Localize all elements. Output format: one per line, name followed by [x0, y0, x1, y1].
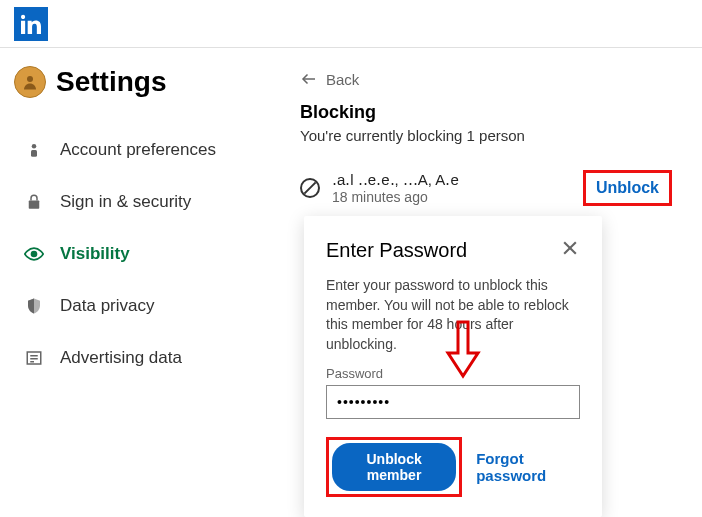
- close-icon[interactable]: [560, 238, 580, 262]
- sidebar-item-visibility[interactable]: Visibility: [14, 228, 262, 280]
- lock-icon: [22, 193, 46, 211]
- settings-sidebar: Settings Account preferences Sign in & s…: [0, 48, 270, 517]
- sidebar-item-label: Advertising data: [60, 348, 182, 368]
- avatar[interactable]: [14, 66, 46, 98]
- arrow-left-icon: [300, 70, 318, 88]
- sidebar-item-label: Data privacy: [60, 296, 154, 316]
- unblock-member-button[interactable]: Unblock member: [332, 443, 456, 491]
- sidebar-item-account-preferences[interactable]: Account preferences: [14, 124, 262, 176]
- sidebar-item-label: Visibility: [60, 244, 130, 264]
- settings-header: Settings: [14, 66, 262, 98]
- linkedin-logo[interactable]: [14, 7, 48, 41]
- unblock-button[interactable]: Unblock: [583, 170, 672, 206]
- shield-icon: [22, 297, 46, 315]
- modal-description: Enter your password to unblock this memb…: [326, 276, 580, 354]
- member-name: ․a․l ․․e․e․, ․․․A, A․e: [332, 171, 583, 189]
- sidebar-item-label: Sign in & security: [60, 192, 191, 212]
- eye-icon: [22, 244, 46, 264]
- sidebar-item-label: Account preferences: [60, 140, 216, 160]
- top-bar: [0, 0, 702, 48]
- back-label: Back: [326, 71, 359, 88]
- member-time: 18 minutes ago: [332, 189, 583, 205]
- svg-rect-2: [31, 150, 37, 157]
- svg-rect-3: [29, 201, 40, 209]
- forgot-password-link[interactable]: Forgot password: [476, 450, 580, 484]
- section-subtitle: You're currently blocking 1 person: [300, 127, 672, 144]
- page-title: Settings: [56, 66, 166, 98]
- svg-point-4: [32, 252, 37, 257]
- modal-title: Enter Password: [326, 239, 467, 262]
- blocked-icon: [300, 178, 320, 198]
- svg-point-1: [32, 144, 37, 149]
- sidebar-item-sign-in-security[interactable]: Sign in & security: [14, 176, 262, 228]
- person-icon: [22, 141, 46, 159]
- password-label: Password: [326, 366, 580, 381]
- sidebar-item-data-privacy[interactable]: Data privacy: [14, 280, 262, 332]
- section-title: Blocking: [300, 102, 672, 123]
- newspaper-icon: [22, 349, 46, 367]
- blocked-member-row: ․a․l ․․e․e․, ․․․A, A․e 18 minutes ago Un…: [300, 166, 672, 210]
- enter-password-modal: Enter Password Enter your password to un…: [304, 216, 602, 517]
- sidebar-item-advertising-data[interactable]: Advertising data: [14, 332, 262, 384]
- password-input[interactable]: [326, 385, 580, 419]
- back-button[interactable]: Back: [300, 70, 672, 88]
- svg-point-0: [27, 76, 33, 82]
